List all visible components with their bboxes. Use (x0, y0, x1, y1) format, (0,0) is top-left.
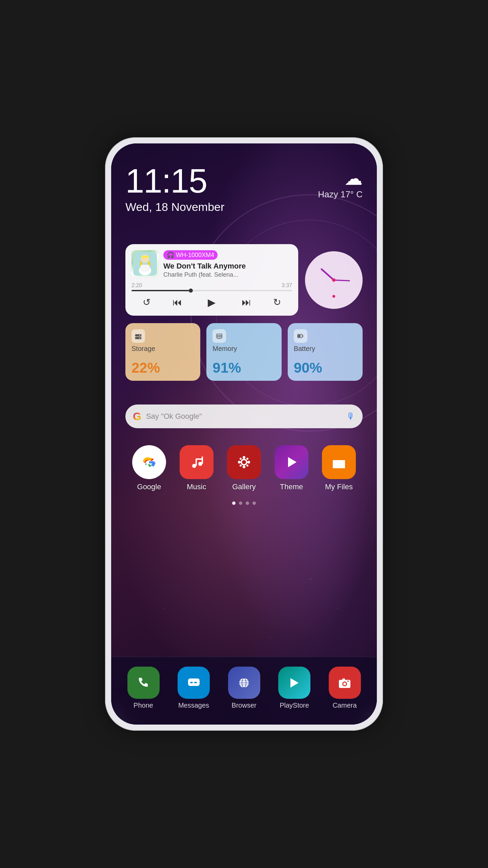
next-button[interactable]: ⏭ (242, 297, 251, 308)
camera-icon-svg (337, 675, 352, 691)
play-button[interactable]: ▶ (204, 295, 219, 310)
gallery-icon-svg (235, 453, 253, 471)
app-gallery[interactable]: Gallery (224, 445, 264, 491)
google-icon (132, 445, 166, 479)
clock-widget (305, 251, 363, 309)
svg-rect-26 (302, 335, 303, 337)
svg-rect-27 (298, 335, 300, 337)
time-total: 3:37 (282, 282, 292, 289)
svg-point-37 (238, 461, 241, 463)
svg-rect-21 (221, 335, 222, 337)
svg-rect-23 (219, 338, 220, 339)
svg-point-40 (246, 458, 248, 460)
playstore-icon-svg (287, 675, 302, 691)
headphone-icon: 🎧 (167, 251, 174, 259)
phone-dock-label: Phone (134, 702, 153, 709)
svg-rect-16 (139, 338, 140, 338)
artist-image (133, 252, 157, 276)
svg-point-34 (242, 460, 246, 464)
svg-rect-18 (217, 335, 218, 337)
forward-button[interactable]: ↻ (273, 297, 281, 308)
storage-label: Storage (131, 345, 194, 353)
battery-header: Battery (294, 329, 357, 353)
page-dots (125, 501, 363, 505)
music-icon-svg (188, 454, 205, 471)
svg-rect-32 (196, 458, 203, 460)
memory-value: 91% (212, 360, 275, 376)
album-art-inner (131, 250, 159, 277)
svg-rect-46 (190, 682, 193, 683)
dock-browser[interactable]: Browser (225, 667, 263, 709)
weather-widget[interactable]: ☁ Hazy 17° C (318, 168, 363, 200)
browser-app-icon (228, 667, 260, 699)
svg-point-42 (246, 465, 248, 467)
theme-label: Theme (280, 482, 303, 491)
battery-label: Battery (294, 345, 357, 353)
svg-point-11 (332, 278, 336, 282)
svg-rect-22 (218, 338, 218, 339)
memory-widget: Memory 91% (206, 323, 281, 381)
google-logo-svg (140, 453, 159, 472)
battery-value: 90% (294, 360, 357, 376)
music-title: We Don't Talk Anymore (163, 262, 292, 271)
myfiles-icon-svg (330, 453, 348, 471)
svg-point-12 (332, 295, 335, 298)
page-dot-4[interactable] (252, 501, 256, 505)
progress-track[interactable] (131, 290, 292, 291)
camera-app-icon (329, 667, 361, 699)
memory-header: Memory (212, 329, 275, 353)
google-search-bar[interactable]: G Say "Ok Google" 🎙 (125, 405, 363, 428)
svg-rect-58 (342, 678, 345, 680)
music-widget[interactable]: 🎧 WH-1000XM4 We Don't Talk Anymore Charl… (125, 244, 298, 316)
phone-screen: 11:15 Wed, 18 November ☁ Hazy 17° C (111, 143, 377, 725)
weather-description: Hazy 17° C (318, 189, 363, 199)
storage-header: Storage (131, 329, 194, 353)
svg-rect-13 (135, 334, 141, 336)
camera-dock-label: Camera (332, 702, 357, 709)
progress-times: 2:20 3:37 (131, 282, 292, 289)
svg-rect-31 (202, 456, 203, 464)
progress-thumb (189, 289, 193, 293)
svg-rect-6 (141, 265, 149, 272)
widgets-row2: Storage 22% (125, 323, 363, 381)
storage-icon-box (131, 329, 145, 343)
replay-button[interactable]: ↺ (143, 297, 150, 308)
page-dot-1[interactable] (232, 501, 236, 505)
myfiles-icon (322, 445, 356, 479)
storage-icon (135, 332, 142, 340)
memory-icon (216, 332, 223, 340)
app-google[interactable]: Google (129, 445, 169, 491)
page-dot-2[interactable] (239, 501, 242, 505)
battery-icon-box (294, 329, 307, 343)
dock-messages[interactable]: Messages (175, 667, 212, 709)
app-myfiles[interactable]: My Files (319, 445, 359, 491)
svg-marker-43 (288, 457, 297, 467)
page-dot-3[interactable] (246, 501, 249, 505)
svg-rect-47 (194, 682, 197, 683)
app-music[interactable]: Music (176, 445, 217, 491)
microphone-icon[interactable]: 🎙 (346, 411, 355, 422)
battery-icon (297, 332, 304, 340)
prev-button[interactable]: ⏮ (172, 297, 182, 308)
music-label: Music (187, 482, 206, 491)
playstore-app-icon (278, 667, 310, 699)
dock-playstore[interactable]: PlayStore (276, 667, 313, 709)
dock: Phone Messages (111, 657, 377, 725)
theme-icon-svg (283, 454, 300, 471)
svg-marker-54 (290, 678, 299, 688)
progress-bar-container[interactable]: 2:20 3:37 (131, 282, 292, 291)
app-theme[interactable]: Theme (271, 445, 312, 491)
browser-dock-label: Browser (231, 702, 256, 709)
messages-app-icon (178, 667, 210, 699)
phone-app-icon (127, 667, 160, 699)
clock-block: 11:15 Wed, 18 November (125, 164, 224, 214)
svg-line-10 (334, 280, 349, 281)
dock-phone[interactable]: Phone (125, 667, 162, 709)
svg-point-59 (347, 680, 349, 682)
music-badge: 🎧 WH-1000XM4 (163, 250, 218, 260)
time-current: 2:20 (131, 282, 142, 289)
dock-camera[interactable]: Camera (326, 667, 363, 709)
music-controls: ↺ ⏮ ▶ ⏭ ↻ (131, 295, 292, 310)
search-placeholder: Say "Ok Google" (146, 412, 342, 421)
svg-rect-24 (220, 338, 221, 339)
